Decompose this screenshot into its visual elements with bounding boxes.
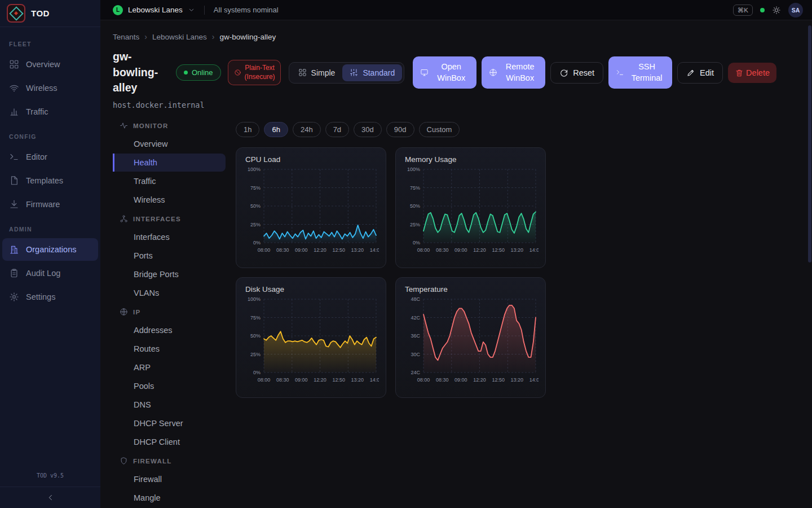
svg-text:13:20: 13:20 [511,247,524,253]
subnav-item-overview[interactable]: Overview [113,135,226,153]
svg-text:08:30: 08:30 [276,247,289,253]
remote-winbox-button[interactable]: Remote WinBox [482,56,545,89]
time-range-7d[interactable]: 7d [325,122,349,137]
chart-title: Disk Usage [245,285,379,294]
reset-button[interactable]: Reset [550,62,603,84]
sidebar-item-overview[interactable]: Overview [2,53,98,76]
page-title: gw-bowling-alley [113,49,169,96]
sidebar-item-firmware[interactable]: Firmware [2,193,98,216]
sidebar-item-wireless[interactable]: Wireless [2,77,98,99]
terminal-icon [9,152,19,162]
security-warning-badge: Plain-Text (Insecure) [228,60,281,85]
time-range-90d[interactable]: 90d [386,122,414,137]
sun-icon [772,6,781,15]
subnav-item-addresses[interactable]: Addresses [113,321,226,339]
sidebar-item-organizations[interactable]: Organizations [2,238,98,261]
svg-text:50%: 50% [250,333,261,339]
building-icon [9,244,19,255]
breadcrumb-tenants[interactable]: Tenants [113,33,139,41]
open-winbox-button[interactable]: Open WinBox [413,56,476,89]
sidebar-footer: TOD v9.5 [0,463,100,508]
monitor-icon [420,68,429,77]
sidebar-item-label: Editor [26,152,47,161]
slash-circle-icon [234,69,241,76]
device-host: host.docker.internal [113,100,812,110]
breadcrumb-lebowski-lanes[interactable]: Lebowski Lanes [152,33,207,41]
svg-text:12:20: 12:20 [314,247,326,253]
time-range-1h[interactable]: 1h [236,122,259,137]
subnav-item-bridge-ports[interactable]: Bridge Ports [113,265,226,283]
view-mode-simple[interactable]: Simple [291,64,343,81]
view-mode-standard[interactable]: Standard [342,64,402,81]
subnav-item-firewall[interactable]: Firewall [113,470,226,488]
nav-section-config: CONFIG [0,124,100,144]
online-dot-icon [184,71,188,75]
breadcrumb-gw-bowling-alley: gw-bowling-alley [219,33,276,41]
time-range-24h[interactable]: 24h [293,122,321,137]
svg-text:08:00: 08:00 [258,377,271,383]
subnav-item-dns[interactable]: DNS [113,396,226,414]
subnav-item-arp[interactable]: ARP [113,358,226,376]
tenant-switcher[interactable]: L Lebowski Lanes [113,5,195,15]
subnav-item-ports[interactable]: Ports [113,247,226,265]
time-range-6h[interactable]: 6h [264,122,288,137]
grid-icon [9,59,19,69]
wifi-icon [9,83,19,93]
refresh-icon [559,68,568,77]
time-range-selector: 1h6h24h7d30d90dCustom [236,122,546,137]
terminal-icon [616,68,624,77]
svg-text:42C: 42C [411,315,420,321]
subnav-item-pools[interactable]: Pools [113,377,226,395]
subnav-item-wireless[interactable]: Wireless [113,191,226,209]
svg-text:100%: 100% [248,296,261,302]
chart-temperature: 48C42C36C30C24C08:0008:3009:0012:2012:50… [405,295,539,384]
edit-button[interactable]: Edit [677,62,723,84]
sidebar-item-templates[interactable]: Templates [2,169,98,192]
sidebar-item-traffic[interactable]: Traffic [2,100,98,123]
topbar-divider [204,6,205,15]
svg-text:12:20: 12:20 [314,377,326,383]
subnav-item-vlans[interactable]: VLANs [113,284,226,302]
charts-panel: 1h6h24h7d30d90dCustom CPU Load 100%75%50… [236,116,546,398]
grid-icon [298,68,307,77]
shield-icon [120,457,128,465]
subnav-item-routes[interactable]: Routes [113,340,226,358]
sidebar-item-label: Wireless [26,84,58,93]
scrollbar-thumb[interactable] [808,25,811,262]
sidebar-item-settings[interactable]: Settings [2,286,98,308]
collapse-sidebar-button[interactable] [0,487,100,508]
theme-toggle-button[interactable] [772,6,781,15]
user-avatar[interactable]: SA [788,3,803,17]
topbar: L Lebowski Lanes All systems nominal ⌘K … [100,0,812,20]
nav-section-fleet: FLEET [0,32,100,52]
file-icon [9,176,19,186]
sidebar-item-audit-log[interactable]: Audit Log [2,262,98,284]
delete-button[interactable]: Delete [728,63,776,83]
subnav-item-dhcp-server[interactable]: DHCP Server [113,414,226,432]
subnav-item-dhcp-client[interactable]: DHCP Client [113,433,226,451]
content-row: MONITOR OverviewHealthTrafficWireless IN… [113,116,812,507]
svg-text:08:00: 08:00 [258,247,271,253]
ssh-terminal-button[interactable]: SSH Terminal [608,56,672,89]
svg-text:09:00: 09:00 [454,377,467,383]
svg-text:36C: 36C [411,333,420,339]
charts-grid: CPU Load 100%75%50%25%0%08:0008:3009:001… [236,147,546,398]
network-icon [120,214,128,223]
subnav-item-mangle[interactable]: Mangle [113,489,226,507]
command-palette-shortcut[interactable]: ⌘K [733,5,753,16]
device-header: gw-bowling-alley Online Plain-Text (Inse… [113,49,812,96]
chart-card-cpu-load: CPU Load 100%75%50%25%0%08:0008:3009:001… [236,147,386,268]
subnav-section-firewall: FIREWALL [113,452,226,470]
sidebar-item-editor[interactable]: Editor [2,146,98,168]
subnav-item-interfaces[interactable]: Interfaces [113,228,226,246]
subnav-item-health[interactable]: Health [113,154,226,172]
time-range-30d[interactable]: 30d [354,122,382,137]
time-range-custom[interactable]: Custom [419,122,460,137]
chart-card-temperature: Temperature 48C42C36C30C24C08:0008:3009:… [395,277,546,398]
svg-text:75%: 75% [410,185,420,191]
activity-icon [120,121,128,130]
svg-text:100%: 100% [407,167,420,172]
sidebar-item-label: Audit Log [26,269,60,278]
subnav-item-traffic[interactable]: Traffic [113,172,226,190]
svg-text:25%: 25% [410,222,420,227]
